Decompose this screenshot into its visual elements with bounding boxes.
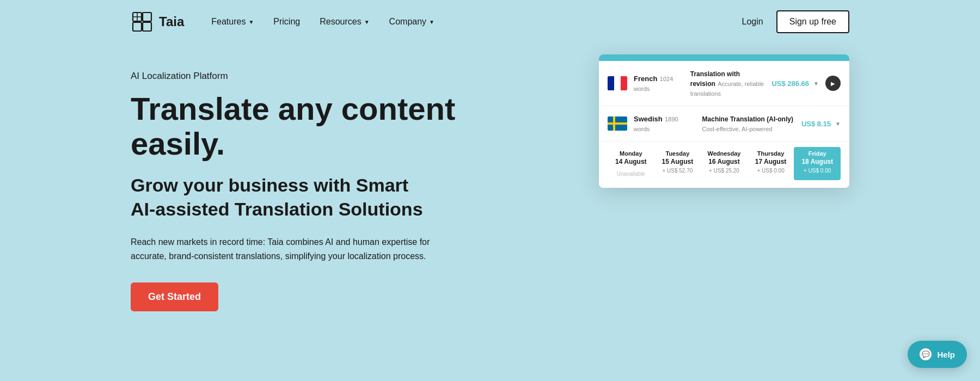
dashboard-card: French 1024 words Translation with revis… bbox=[599, 54, 849, 188]
service-info-swedish: Machine Translation (AI-only) Cost-effec… bbox=[702, 114, 795, 133]
calendar-day-friday[interactable]: Friday 18 August + US$ 0.00 bbox=[794, 147, 841, 180]
hero-dashboard-image: French 1024 words Translation with revis… bbox=[599, 54, 849, 188]
svg-rect-1 bbox=[143, 13, 151, 21]
calendar-day-tuesday[interactable]: Tuesday 15 August + US$ 52.70 bbox=[654, 147, 701, 180]
nav-actions: Login Sign up free bbox=[742, 10, 849, 33]
svg-rect-2 bbox=[133, 22, 142, 31]
calendar-day-monday[interactable]: Monday 14 August Unavailable bbox=[608, 147, 654, 180]
nav-features[interactable]: Features ▼ bbox=[211, 17, 254, 27]
logo[interactable]: Taia bbox=[131, 10, 184, 33]
company-chevron-icon: ▼ bbox=[429, 19, 434, 25]
chat-icon: 💬 bbox=[920, 348, 932, 360]
hero-title: Translate any content easily. bbox=[131, 91, 555, 161]
price-area-french: US$ 286.66 ▼ bbox=[771, 79, 819, 88]
calendar-day-thursday[interactable]: Thursday 17 August + US$ 0.00 bbox=[748, 147, 794, 180]
navbar: Taia Features ▼ Pricing Resources ▼ Comp… bbox=[0, 0, 980, 44]
service-info-french: Translation with revision Accurate, reli… bbox=[690, 69, 765, 98]
logo-text: Taia bbox=[159, 14, 184, 29]
translation-row-swedish: Swedish 1890 words Machine Translation (… bbox=[599, 106, 849, 142]
translation-row-french: French 1024 words Translation with revis… bbox=[599, 61, 849, 106]
nav-company[interactable]: Company ▼ bbox=[389, 17, 434, 27]
nav-pricing[interactable]: Pricing bbox=[273, 17, 300, 27]
svg-rect-3 bbox=[143, 22, 151, 31]
lang-info-french: French 1024 words bbox=[634, 73, 684, 93]
nav-links: Features ▼ Pricing Resources ▼ Company ▼ bbox=[211, 17, 742, 27]
nav-resources[interactable]: Resources ▼ bbox=[320, 17, 369, 27]
flag-french bbox=[608, 76, 627, 90]
price-chevron-french: ▼ bbox=[813, 81, 819, 87]
price-area-swedish: US$ 8.15 ▼ bbox=[801, 120, 841, 128]
resources-chevron-icon: ▼ bbox=[364, 19, 370, 25]
lang-info-swedish: Swedish 1890 words bbox=[634, 114, 696, 133]
calendar-days: Monday 14 August Unavailable Tuesday 15 … bbox=[608, 147, 841, 180]
login-button[interactable]: Login bbox=[742, 17, 763, 27]
play-button-french[interactable]: ▶ bbox=[825, 76, 841, 91]
hero-content: AI Localization Platform Translate any c… bbox=[131, 65, 555, 311]
chat-widget[interactable]: 💬 Help bbox=[908, 341, 967, 368]
hero-description: Reach new markets in record time: Taia c… bbox=[131, 235, 446, 263]
chat-label: Help bbox=[937, 350, 955, 359]
calendar-section: Monday 14 August Unavailable Tuesday 15 … bbox=[599, 142, 849, 188]
hero-tagline: Grow your business with SmartAI-assisted… bbox=[131, 173, 555, 221]
get-started-button[interactable]: Get Started bbox=[131, 282, 218, 311]
price-chevron-swedish: ▼ bbox=[835, 121, 841, 127]
hero-subtitle: AI Localization Platform bbox=[131, 71, 555, 82]
signup-button[interactable]: Sign up free bbox=[776, 10, 849, 33]
features-chevron-icon: ▼ bbox=[248, 19, 254, 25]
flag-swedish bbox=[608, 116, 627, 131]
calendar-day-wednesday[interactable]: Wednesday 16 August + US$ 25.20 bbox=[701, 147, 748, 180]
hero-section: AI Localization Platform Translate any c… bbox=[0, 44, 980, 381]
logo-icon bbox=[131, 10, 154, 33]
dashboard-body: French 1024 words Translation with revis… bbox=[599, 61, 849, 188]
dashboard-header-bar bbox=[599, 54, 849, 61]
